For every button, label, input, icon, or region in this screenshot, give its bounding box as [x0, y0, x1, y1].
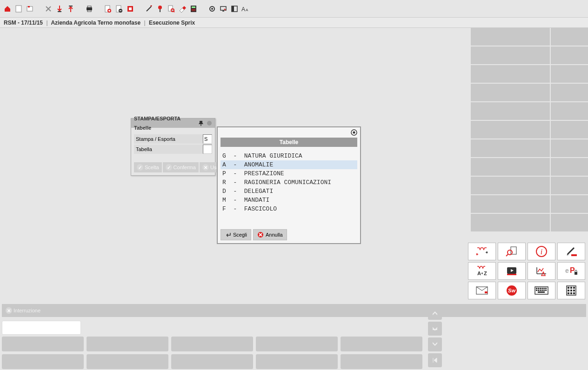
svg-rect-22 [193, 10, 194, 11]
tabelle-row[interactable]: R - RAGIONERIA COMUNICAZIONI [220, 178, 357, 187]
svg-rect-55 [536, 290, 537, 291]
svg-rect-50 [538, 288, 539, 289]
nav-column [428, 306, 443, 367]
nav-down-button[interactable] [428, 337, 442, 351]
right-slot [551, 177, 588, 194]
bottom-slot[interactable] [341, 354, 422, 369]
tabelle-popup: Tabelle G - NATURA GIURIDICAA - ANOMALIE… [217, 126, 361, 244]
field-stampa-esporta-label: Stampa / Esporta [134, 134, 203, 144]
svg-rect-57 [540, 290, 541, 291]
right-slot [471, 177, 550, 194]
bottom-bar: ✕ Interruzione [0, 302, 588, 370]
sw-icon[interactable]: Sw [498, 282, 526, 299]
panel-icon[interactable] [230, 4, 239, 13]
nav-first-button[interactable] [428, 353, 442, 367]
tabelle-row[interactable]: F - FASCICOLO [220, 205, 357, 213]
nav-up-button[interactable] [428, 306, 442, 320]
svg-point-13 [158, 6, 162, 9]
svg-rect-56 [538, 290, 539, 291]
enter-icon [225, 231, 231, 238]
svg-text:!: ! [543, 272, 544, 276]
target-icon[interactable] [351, 129, 357, 136]
bottom-slot[interactable] [2, 337, 84, 351]
annulla-button[interactable]: Annulla [253, 229, 287, 240]
field-stampa-esporta-value[interactable]: S [203, 134, 212, 144]
right-slot [551, 121, 588, 139]
bottom-slot[interactable] [87, 337, 168, 351]
svg-text:A: A [246, 8, 248, 12]
cancel-icon [257, 231, 264, 238]
field-tabella-value[interactable] [203, 145, 212, 154]
numpad-icon[interactable] [557, 282, 585, 299]
zoom-doc-icon[interactable] [498, 243, 526, 260]
bottom-slot[interactable] [87, 354, 168, 369]
right-slot [471, 65, 550, 83]
search-doc-icon[interactable] [167, 4, 176, 13]
tools-icon[interactable] [44, 4, 53, 13]
blank-icon[interactable] [14, 4, 23, 13]
bottom-slot[interactable] [256, 354, 338, 369]
x-icon: ✕ [202, 164, 209, 171]
status-row: ✕ Interruzione [2, 304, 586, 317]
svg-point-74 [353, 132, 355, 134]
check-icon: ✓ [137, 164, 143, 171]
check-icon: ✓ [166, 164, 172, 171]
bottom-slot[interactable] [256, 337, 338, 351]
factory-az-icon[interactable]: AZ [468, 262, 496, 280]
svg-rect-53 [543, 288, 545, 289]
info-icon[interactable]: i [528, 243, 555, 260]
printer-icon[interactable] [85, 4, 94, 13]
conferma-button[interactable]: ✓Conferma [163, 162, 199, 172]
keyboard-icon[interactable] [528, 282, 555, 299]
svg-rect-54 [545, 288, 547, 289]
flag-up-icon[interactable] [66, 4, 75, 13]
home-icon[interactable] [3, 4, 12, 13]
wand-icon[interactable] [144, 4, 154, 13]
pin-icon[interactable] [155, 4, 165, 13]
interruzione-button[interactable]: ✕ Interruzione [2, 305, 44, 316]
font-size-icon[interactable]: AA [241, 4, 250, 13]
right-slot [551, 84, 588, 101]
svg-rect-60 [545, 290, 547, 291]
right-slot [471, 28, 550, 46]
svg-rect-19 [193, 9, 194, 10]
right-slot [551, 195, 588, 213]
svg-rect-68 [573, 290, 575, 291]
flag-down-icon[interactable] [55, 4, 64, 13]
factory-cycle-icon[interactable] [468, 243, 496, 260]
scegli-button[interactable]: Scegli [220, 229, 251, 240]
circle-icon[interactable] [207, 120, 212, 126]
svg-rect-3 [69, 6, 73, 7]
chart-warn-icon[interactable]: ! [528, 262, 555, 280]
record-icon[interactable] [207, 4, 217, 13]
bottom-tab[interactable] [2, 321, 81, 335]
tabelle-row[interactable]: D - DELEGATI [220, 187, 357, 196]
video-icon[interactable] [498, 262, 526, 280]
bottom-slot[interactable] [171, 337, 253, 351]
bottom-slot[interactable] [341, 337, 422, 351]
window-titlebar[interactable]: STAMPA/ESPORTA Tabelle [131, 119, 215, 128]
red-box-icon[interactable] [126, 4, 135, 13]
monitor-icon[interactable] [219, 4, 228, 13]
doc-remove-icon[interactable] [114, 4, 124, 13]
svg-rect-18 [192, 9, 193, 10]
svg-text:i: i [541, 248, 542, 256]
svg-rect-71 [573, 292, 575, 294]
tabelle-row[interactable]: G - NATURA GIURIDICA [220, 152, 357, 160]
eraser-icon[interactable] [178, 4, 187, 13]
tabelle-row[interactable]: P - PRESTAZIONE [220, 169, 357, 178]
tabelle-row[interactable]: M - MANDATI [220, 196, 357, 205]
doc-add-icon[interactable] [103, 4, 113, 13]
bottom-slot[interactable] [171, 354, 253, 369]
bottom-slot[interactable] [2, 354, 84, 369]
tabelle-row[interactable]: A - ANOMALIE [220, 160, 357, 169]
scelta-button[interactable]: ✓Scelta [134, 162, 162, 172]
pen-icon[interactable] [557, 243, 585, 260]
new-tab-icon[interactable] [25, 4, 34, 13]
mail-icon[interactable] [468, 282, 496, 299]
calculator-icon[interactable] [189, 4, 198, 13]
ep-lock-icon[interactable]: eP [557, 262, 585, 280]
pin-icon[interactable] [198, 120, 204, 126]
nav-drawer-button[interactable] [428, 322, 442, 336]
svg-rect-17 [192, 7, 195, 8]
